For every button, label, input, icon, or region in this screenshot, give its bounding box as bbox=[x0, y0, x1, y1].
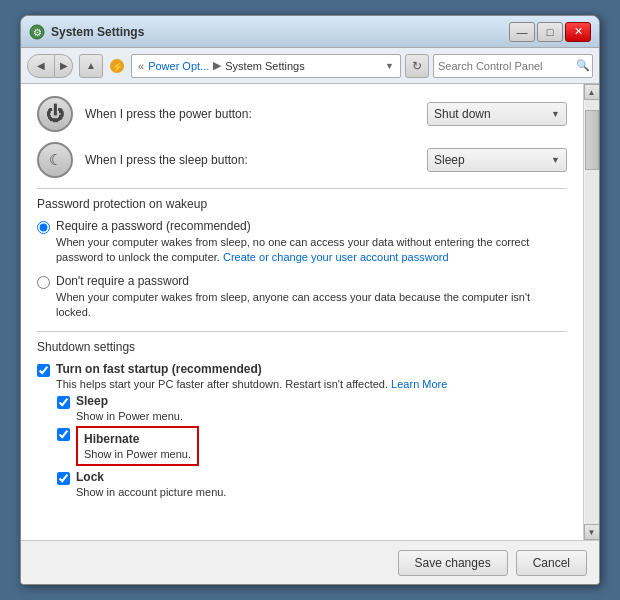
fast-startup-desc: This helps start your PC faster after sh… bbox=[56, 378, 447, 390]
main-panel: ⏻ When I press the power button: Shut do… bbox=[21, 84, 583, 540]
refresh-button[interactable]: ↻ bbox=[405, 54, 429, 78]
search-icon[interactable]: 🔍 bbox=[576, 59, 590, 72]
bottom-bar: Save changes Cancel bbox=[21, 540, 599, 584]
back-button[interactable]: ◀ bbox=[27, 54, 55, 78]
search-box[interactable]: 🔍 bbox=[433, 54, 593, 78]
chevron-down-icon-2: ▼ bbox=[551, 155, 560, 165]
lock-label: Lock bbox=[76, 470, 226, 484]
sleep-button-dropdown[interactable]: Sleep ▼ bbox=[427, 148, 567, 172]
up-button[interactable]: ▲ bbox=[79, 54, 103, 78]
lock-option: Lock Show in account picture menu. bbox=[37, 470, 567, 498]
require-password-radio[interactable] bbox=[37, 221, 50, 234]
title-bar: ⚙ System Settings — □ ✕ bbox=[21, 16, 599, 48]
back-icon: ◀ bbox=[37, 60, 45, 71]
sleep-label: Sleep bbox=[76, 394, 183, 408]
main-window: ⚙ System Settings — □ ✕ ◀ ▶ ▲ ⚡ « bbox=[20, 15, 600, 585]
sleep-button-value: Sleep bbox=[434, 153, 465, 167]
no-password-label: Don't require a password bbox=[56, 274, 567, 288]
divider-1 bbox=[37, 188, 567, 189]
maximize-button[interactable]: □ bbox=[537, 22, 563, 42]
scroll-thumb[interactable] bbox=[585, 110, 599, 170]
hibernate-label: Hibernate bbox=[84, 432, 191, 446]
fast-startup-desc1: This helps start your PC faster after sh… bbox=[56, 378, 388, 390]
no-password-desc: When your computer wakes from sleep, any… bbox=[56, 290, 567, 321]
require-password-label: Require a password (recommended) bbox=[56, 219, 567, 233]
require-password-content: Require a password (recommended) When yo… bbox=[56, 219, 567, 266]
hibernate-highlight: Hibernate Show in Power menu. bbox=[76, 426, 199, 466]
breadcrumb[interactable]: « Power Opt... ▶ System Settings ▼ bbox=[131, 54, 401, 78]
scroll-down-button[interactable]: ▼ bbox=[584, 524, 600, 540]
fast-startup-content: Turn on fast startup (recommended) This … bbox=[56, 362, 447, 390]
breadcrumb-prefix: « bbox=[138, 60, 144, 72]
fast-startup-checkbox[interactable] bbox=[37, 364, 50, 377]
fast-startup-option: Turn on fast startup (recommended) This … bbox=[37, 362, 567, 390]
sleep-symbol: ☾ bbox=[49, 151, 62, 169]
no-password-option: Don't require a password When your compu… bbox=[37, 274, 567, 321]
breadcrumb-path2: System Settings bbox=[225, 60, 304, 72]
sleep-button-row: ☾ When I press the sleep button: Sleep ▼ bbox=[37, 142, 567, 178]
breadcrumb-path1: Power Opt... bbox=[148, 60, 209, 72]
power-button-label: When I press the power button: bbox=[85, 107, 415, 121]
hibernate-option: Hibernate Show in Power menu. bbox=[37, 426, 567, 466]
divider-2 bbox=[37, 331, 567, 332]
cancel-button[interactable]: Cancel bbox=[516, 550, 587, 576]
save-changes-button[interactable]: Save changes bbox=[398, 550, 508, 576]
svg-text:⚡: ⚡ bbox=[112, 61, 124, 73]
sleep-desc: Show in Power menu. bbox=[76, 410, 183, 422]
sleep-button-label: When I press the sleep button: bbox=[85, 153, 415, 167]
sleep-button-icon: ☾ bbox=[37, 142, 73, 178]
close-button[interactable]: ✕ bbox=[565, 22, 591, 42]
lock-checkbox[interactable] bbox=[57, 472, 70, 485]
address-bar: ◀ ▶ ▲ ⚡ « Power Opt... ▶ System Settings… bbox=[21, 48, 599, 84]
scrollbar: ▲ ▼ bbox=[583, 84, 599, 540]
power-button-icon: ⏻ bbox=[37, 96, 73, 132]
content-area: ⏻ When I press the power button: Shut do… bbox=[21, 84, 599, 540]
refresh-icon: ↻ bbox=[412, 59, 422, 73]
chevron-down-icon: ▼ bbox=[551, 109, 560, 119]
search-input[interactable] bbox=[438, 60, 576, 72]
svg-text:⚙: ⚙ bbox=[33, 27, 42, 38]
power-button-row: ⏻ When I press the power button: Shut do… bbox=[37, 96, 567, 132]
fast-startup-label: Turn on fast startup (recommended) bbox=[56, 362, 447, 376]
hibernate-content: Hibernate Show in Power menu. bbox=[76, 426, 199, 466]
forward-icon: ▶ bbox=[60, 60, 68, 71]
breadcrumb-arrow-icon: ▶ bbox=[213, 59, 221, 72]
password-section-title: Password protection on wakeup bbox=[37, 197, 567, 211]
minimize-button[interactable]: — bbox=[509, 22, 535, 42]
hibernate-desc: Show in Power menu. bbox=[84, 448, 191, 460]
no-password-content: Don't require a password When your compu… bbox=[56, 274, 567, 321]
power-symbol: ⏻ bbox=[46, 104, 64, 125]
window-icon: ⚙ bbox=[29, 24, 45, 40]
require-password-desc: When your computer wakes from sleep, no … bbox=[56, 235, 567, 266]
require-password-desc1: When your computer wakes from sleep, no … bbox=[56, 236, 493, 248]
title-buttons: — □ ✕ bbox=[509, 22, 591, 42]
sleep-content: Sleep Show in Power menu. bbox=[76, 394, 183, 422]
up-icon: ▲ bbox=[86, 60, 96, 71]
password-link[interactable]: Create or change your user account passw… bbox=[223, 251, 449, 263]
breadcrumb-dropdown-icon[interactable]: ▼ bbox=[385, 61, 394, 71]
window-title: System Settings bbox=[51, 25, 144, 39]
require-password-option: Require a password (recommended) When yo… bbox=[37, 219, 567, 266]
title-bar-left: ⚙ System Settings bbox=[29, 24, 144, 40]
lock-content: Lock Show in account picture menu. bbox=[76, 470, 226, 498]
lock-desc: Show in account picture menu. bbox=[76, 486, 226, 498]
no-password-radio[interactable] bbox=[37, 276, 50, 289]
power-button-dropdown[interactable]: Shut down ▼ bbox=[427, 102, 567, 126]
forward-button[interactable]: ▶ bbox=[55, 54, 73, 78]
scroll-track bbox=[585, 100, 599, 524]
shutdown-section: Shutdown settings Turn on fast startup (… bbox=[37, 340, 567, 498]
shutdown-section-title: Shutdown settings bbox=[37, 340, 567, 354]
hibernate-checkbox[interactable] bbox=[57, 428, 70, 441]
sleep-option: Sleep Show in Power menu. bbox=[37, 394, 567, 422]
sleep-checkbox[interactable] bbox=[57, 396, 70, 409]
learn-more-link[interactable]: Learn More bbox=[391, 378, 447, 390]
password-section: Password protection on wakeup Require a … bbox=[37, 197, 567, 321]
power-button-value: Shut down bbox=[434, 107, 491, 121]
scroll-up-button[interactable]: ▲ bbox=[584, 84, 600, 100]
